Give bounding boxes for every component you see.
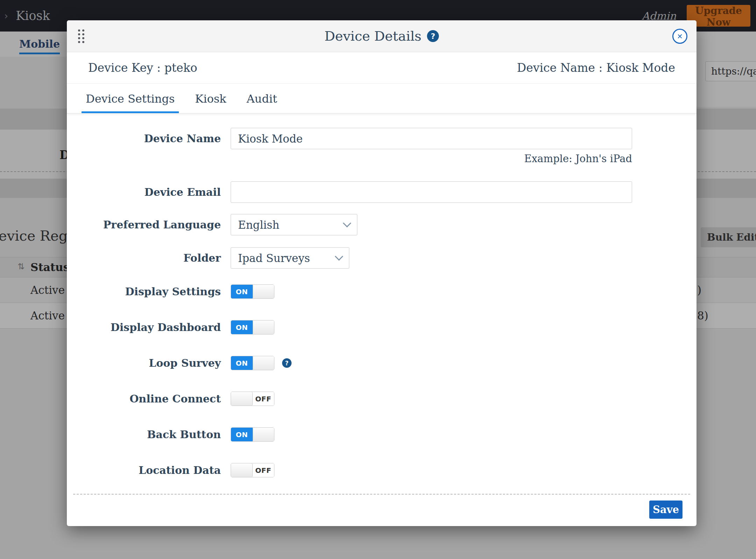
tab-audit[interactable]: Audit (242, 92, 281, 113)
toggle-knob (253, 320, 274, 334)
device-settings-form: Device Name Example: John's iPad Device … (67, 113, 696, 519)
toggle-knob (231, 392, 253, 406)
modal-subheader: Device Key : pteko Device Name : Kiosk M… (67, 52, 696, 84)
loop-survey-toggle[interactable]: ON (231, 356, 274, 370)
drag-handle[interactable] (78, 29, 84, 43)
modal-header: Device Details ? ✕ (67, 20, 696, 52)
location-data-label: Location Data (67, 464, 221, 476)
folder-select[interactable]: Ipad Surveys (231, 247, 349, 269)
chevron-down-icon (335, 252, 343, 261)
preferred-language-select[interactable]: English (231, 214, 357, 235)
display-settings-label: Display Settings (67, 285, 221, 298)
toggle-state-label: OFF (253, 392, 274, 406)
device-email-field[interactable] (231, 181, 632, 203)
toggle-knob (253, 285, 274, 298)
folder-label: Folder (67, 252, 221, 264)
device-key-label: Device Key : pteko (88, 61, 197, 75)
device-details-modal: Device Details ? ✕ Device Key : pteko De… (67, 20, 696, 526)
location-data-toggle[interactable]: OFF (231, 463, 274, 477)
toggle-state-label: ON (231, 285, 253, 298)
device-name-helper: Example: John's iPad (231, 153, 632, 165)
back-button-label: Back Button (67, 428, 221, 441)
display-dashboard-label: Display Dashboard (67, 321, 221, 333)
chevron-down-icon (343, 219, 351, 227)
toggle-state-label: ON (231, 356, 253, 370)
device-name-field-label: Device Name (67, 132, 221, 145)
preferred-language-value: English (238, 219, 279, 231)
toggle-state-label: ON (231, 428, 253, 441)
display-dashboard-toggle[interactable]: ON (231, 320, 274, 334)
device-name-field[interactable] (231, 128, 632, 149)
toggle-state-label: ON (231, 320, 253, 334)
toggle-knob (253, 428, 274, 441)
tab-device-settings[interactable]: Device Settings (82, 92, 179, 113)
folder-row: Folder Ipad Surveys (67, 247, 696, 269)
online-connect-row: Online Connect OFF (67, 392, 696, 406)
device-name-row: Device Name (67, 128, 696, 149)
toggle-knob (231, 463, 253, 477)
close-icon[interactable]: ✕ (672, 29, 687, 44)
folder-value: Ipad Surveys (238, 252, 310, 264)
modal-tabs: Device Settings Kiosk Audit (67, 84, 696, 113)
display-settings-toggle[interactable]: ON (231, 284, 274, 299)
preferred-language-label: Preferred Language (67, 219, 221, 231)
loop-survey-row: Loop Survey ON ? (67, 356, 696, 370)
online-connect-toggle[interactable]: OFF (231, 392, 274, 406)
location-data-row: Location Data OFF (67, 463, 696, 477)
loop-survey-label: Loop Survey (67, 357, 221, 369)
online-connect-label: Online Connect (67, 393, 221, 405)
device-email-row: Device Email (67, 181, 696, 203)
tab-kiosk[interactable]: Kiosk (191, 92, 230, 113)
device-name-label: Device Name : Kiosk Mode (517, 61, 675, 75)
display-dashboard-row: Display Dashboard ON (67, 320, 696, 334)
back-button-toggle[interactable]: ON (231, 427, 274, 442)
save-button[interactable]: Save (649, 501, 682, 519)
display-settings-row: Display Settings ON (67, 284, 696, 299)
modal-footer: Save (67, 495, 696, 519)
preferred-language-row: Preferred Language English (67, 214, 696, 235)
modal-title: Device Details (324, 28, 421, 44)
toggle-knob (253, 356, 274, 370)
back-button-row: Back Button ON (67, 427, 696, 442)
device-email-field-label: Device Email (67, 186, 221, 198)
toggle-state-label: OFF (253, 463, 274, 477)
help-icon[interactable]: ? (427, 30, 439, 42)
help-icon[interactable]: ? (282, 358, 292, 368)
